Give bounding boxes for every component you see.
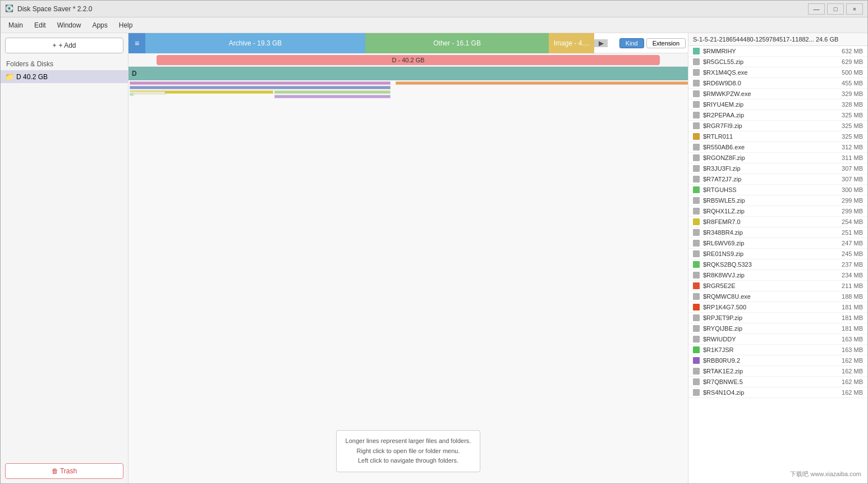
file-list-item[interactable]: $R2PEPAA.zip 325 MB	[688, 110, 867, 121]
file-list-item[interactable]: $RGONZ8F.zip 311 MB	[688, 153, 867, 163]
menu-main[interactable]: Main	[3, 19, 29, 31]
file-list-item[interactable]: $RTGUHSS 300 MB	[688, 185, 867, 195]
file-name: $R7QBNWE.5	[703, 378, 832, 385]
maximize-button[interactable]: □	[827, 3, 844, 15]
file-list-item[interactable]: $R348BR4.zip 251 MB	[688, 227, 867, 238]
treemap-cell-sid[interactable]: S-1-5-21-2186544480-1259784517-118823270…	[396, 81, 688, 85]
treemap-cell-video[interactable]: 视频	[274, 95, 391, 98]
file-size: 629 MB	[832, 58, 863, 65]
file-color-indicator	[693, 58, 700, 65]
menu-window[interactable]: Window	[52, 19, 87, 31]
file-list-item[interactable]: $RGR7FI9.zip 325 MB	[688, 121, 867, 131]
archive-segment[interactable]: Archive - 19.3 GB	[145, 33, 365, 53]
file-size: 455 MB	[832, 80, 863, 86]
file-list-item[interactable]: $RL6WV69.zip 247 MB	[688, 238, 867, 249]
file-name: $RQKS2BQ.5323	[703, 261, 832, 268]
cell-label-desktop: 桌面	[132, 88, 144, 89]
file-name: $RPJET9P.zip	[703, 314, 832, 321]
expand-button[interactable]: ≡	[128, 33, 145, 53]
file-size: 254 MB	[832, 218, 863, 225]
file-list-item[interactable]: $RMWKPZW.exe 329 MB	[688, 89, 867, 99]
center-area: ≡ Archive - 19.3 GB Other - 16.1 GB Imag…	[128, 33, 688, 483]
file-list-item[interactable]: $R8K8WVJ.zip 234 MB	[688, 270, 867, 281]
file-color-indicator	[693, 229, 700, 236]
file-name: $RD6W9D8.0	[703, 80, 832, 86]
sidebar-item-d[interactable]: 📁 D 40.2 GB	[1, 70, 128, 83]
file-list-item[interactable]: $R7AT2J7.zip 307 MB	[688, 174, 867, 185]
close-button[interactable]: ×	[846, 3, 863, 15]
file-list-item[interactable]: $RYQIJBE.zip 181 MB	[688, 323, 867, 334]
file-list-item[interactable]: $RGR5E2E 211 MB	[688, 281, 867, 291]
file-list-item[interactable]: $RE01NS9.zip 245 MB	[688, 249, 867, 259]
menu-help[interactable]: Help	[113, 19, 139, 31]
file-color-indicator	[693, 186, 700, 193]
other-segment[interactable]: Other - 16.1 GB	[365, 33, 549, 53]
extension-button[interactable]: Extension	[646, 38, 686, 48]
file-list-item[interactable]: $RWIUDDY 163 MB	[688, 334, 867, 345]
file-list-item[interactable]: $RD6W9D8.0 455 MB	[688, 78, 867, 89]
file-list-item[interactable]: $RTAK1E2.zip 162 MB	[688, 366, 867, 377]
menu-edit[interactable]: Edit	[29, 19, 52, 31]
image-segment[interactable]: Image - 4....	[549, 33, 594, 53]
treemap-right-panel: $RECYCLE.BIN S-1-5-21-2186544480-1259784…	[394, 80, 688, 83]
file-name: $R1K7JSR	[703, 346, 832, 353]
file-list-item[interactable]: $RQMWC8U.exe 188 MB	[688, 291, 867, 302]
add-button[interactable]: + + Add	[5, 38, 123, 53]
disk-bar[interactable]: D - 40.2 GB	[157, 55, 660, 65]
file-color-indicator	[693, 112, 700, 118]
file-size: 312 MB	[832, 144, 863, 150]
file-size: 162 MB	[832, 357, 863, 364]
treemap-cell-download[interactable]: 下载吧.png	[130, 92, 164, 95]
file-list-item[interactable]: $RBB0RU9.2 162 MB	[688, 355, 867, 366]
treemap-cell-sucai[interactable]: 素材	[274, 90, 391, 94]
file-list-item[interactable]: $R1K7JSR 163 MB	[688, 345, 867, 355]
file-name: $RP1K4G7.500	[703, 304, 832, 311]
file-list-item[interactable]: $RMMRIHY 632 MB	[688, 46, 867, 57]
file-list-item[interactable]: $RPJET9P.zip 181 MB	[688, 313, 867, 323]
file-list-item[interactable]: $RX1M4QS.exe 500 MB	[688, 67, 867, 78]
treemap-cell-tools[interactable]: tools	[130, 81, 391, 85]
file-list-item[interactable]: $RTLR011 325 MB	[688, 131, 867, 142]
file-name: $RTAK1E2.zip	[703, 368, 832, 375]
file-color-indicator	[693, 368, 700, 375]
file-list-item[interactable]: $RP1K4G7.500 181 MB	[688, 302, 867, 313]
file-size: 300 MB	[832, 186, 863, 193]
file-size: 234 MB	[832, 272, 863, 278]
cell-label-download: 下载吧.png	[132, 93, 162, 95]
file-list-item[interactable]: $RQHX1LZ.zip 299 MB	[688, 206, 867, 217]
file-color-indicator	[693, 250, 700, 257]
cell-label-video: 视频	[277, 97, 289, 98]
file-color-indicator	[693, 133, 700, 140]
file-list-item[interactable]: $RB5WLE5.zip 299 MB	[688, 195, 867, 206]
minimize-button[interactable]: —	[808, 3, 825, 15]
file-list-item[interactable]: $R5GCL55.zip 629 MB	[688, 57, 867, 67]
file-name: $RGR5E2E	[703, 282, 832, 289]
file-name: $RBB0RU9.2	[703, 357, 832, 364]
file-size: 162 MB	[832, 368, 863, 375]
file-list-item[interactable]: $R8FEMR7.0 254 MB	[688, 217, 867, 227]
file-list-item[interactable]: $RIYU4EM.zip 328 MB	[688, 99, 867, 110]
sidebar: + + Add Folders & Disks 📁 D 40.2 GB 🗑 Tr…	[1, 33, 128, 483]
file-color-indicator	[693, 282, 700, 289]
file-size: 251 MB	[832, 229, 863, 236]
file-size: 245 MB	[832, 250, 863, 257]
file-list-item[interactable]: $R550AB6.exe 312 MB	[688, 142, 867, 153]
file-color-indicator	[693, 314, 700, 321]
file-list-item[interactable]: $RQKS2BQ.5323 237 MB	[688, 259, 867, 270]
file-list-item[interactable]: $R3JU3FI.zip 307 MB	[688, 163, 867, 174]
file-name: $RYQIJBE.zip	[703, 325, 832, 332]
treemap-area: D tools 桌面	[128, 67, 688, 483]
more-button[interactable]: ▶	[594, 39, 608, 47]
trash-button[interactable]: 🗑 Trash	[5, 463, 123, 479]
file-list-item[interactable]: $R7QBNWE.5 162 MB	[688, 377, 867, 387]
file-list-item[interactable]: $RS4N1O4.zip 162 MB	[688, 387, 867, 398]
treemap-cell-s6[interactable]	[130, 93, 134, 96]
file-color-indicator	[693, 154, 700, 161]
more-icon: ▶	[599, 39, 604, 47]
add-label: + Add	[58, 42, 76, 49]
menu-apps[interactable]: Apps	[86, 19, 113, 31]
main-content: + + Add Folders & Disks 📁 D 40.2 GB 🗑 Tr…	[1, 33, 867, 483]
kind-button[interactable]: Kind	[619, 38, 644, 48]
file-size: 162 MB	[832, 378, 863, 385]
treemap-cell-desktop[interactable]: 桌面	[130, 86, 391, 89]
